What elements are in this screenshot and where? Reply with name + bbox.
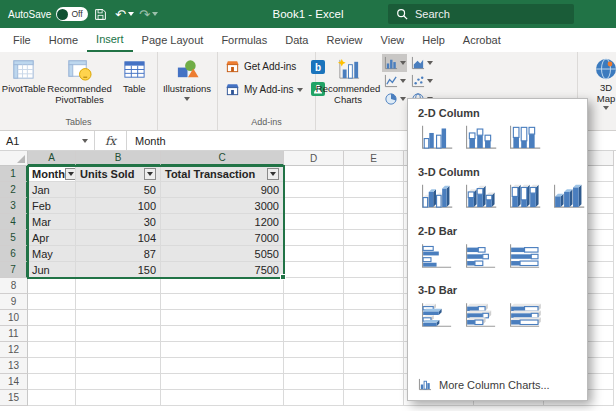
- cell-A14[interactable]: [28, 374, 76, 390]
- cell-E11[interactable]: [344, 326, 404, 342]
- cell-E8[interactable]: [344, 278, 404, 294]
- row-header-3[interactable]: 3: [0, 198, 28, 214]
- cell-C8[interactable]: [161, 278, 284, 294]
- cell-A15[interactable]: [28, 390, 76, 406]
- filter-dropdown-button[interactable]: [144, 168, 156, 180]
- tab-file[interactable]: File: [4, 28, 40, 52]
- cell-C15[interactable]: [161, 390, 284, 406]
- 3d-column-icon[interactable]: [548, 182, 588, 212]
- cell-A7[interactable]: Jun: [28, 262, 76, 278]
- row-header-14[interactable]: 14: [0, 374, 28, 390]
- row-header-6[interactable]: 6: [0, 246, 28, 262]
- cell-C7[interactable]: 7500: [161, 262, 284, 278]
- cell-A4[interactable]: Mar: [28, 214, 76, 230]
- cell-D3[interactable]: [284, 198, 344, 214]
- 100-stacked-bar-icon[interactable]: [504, 241, 544, 271]
- tab-help[interactable]: Help: [413, 28, 454, 52]
- cell-C1[interactable]: Total Transaction: [161, 166, 284, 182]
- cell-D11[interactable]: [284, 326, 344, 342]
- row-header-2[interactable]: 2: [0, 182, 28, 198]
- 3d-clustered-column-icon[interactable]: [416, 182, 456, 212]
- column-header-C[interactable]: C: [161, 151, 284, 166]
- cell-D12[interactable]: [284, 342, 344, 358]
- cell-E13[interactable]: [344, 358, 404, 374]
- illustrations-button[interactable]: Illustrations: [158, 54, 216, 116]
- insert-scatter-chart-button[interactable]: [409, 72, 434, 90]
- row-header-7[interactable]: 7: [0, 262, 28, 278]
- cell-B1[interactable]: Units Sold: [76, 166, 161, 182]
- cell-A13[interactable]: [28, 358, 76, 374]
- pivottable-button[interactable]: PivotTable: [0, 54, 47, 116]
- insert-function-button[interactable]: fx: [95, 131, 127, 150]
- cell-B11[interactable]: [76, 326, 161, 342]
- row-header-5[interactable]: 5: [0, 230, 28, 246]
- tab-insert[interactable]: Insert: [87, 28, 133, 52]
- cell-A11[interactable]: [28, 326, 76, 342]
- clustered-bar-icon[interactable]: [416, 241, 456, 271]
- row-header-1[interactable]: 1: [0, 166, 28, 182]
- column-header-B[interactable]: B: [76, 151, 161, 166]
- column-header-A[interactable]: A: [28, 151, 76, 166]
- cell-C10[interactable]: [161, 310, 284, 326]
- cell-D4[interactable]: [284, 214, 344, 230]
- get-add-ins-button[interactable]: Get Add-ins: [222, 56, 306, 77]
- 3d-100-stacked-column-icon[interactable]: [504, 182, 544, 212]
- column-header-D[interactable]: D: [284, 151, 344, 166]
- cell-E14[interactable]: [344, 374, 404, 390]
- cell-D14[interactable]: [284, 374, 344, 390]
- cell-C12[interactable]: [161, 342, 284, 358]
- cell-B15[interactable]: [76, 390, 161, 406]
- cell-E3[interactable]: [344, 198, 404, 214]
- undo-button[interactable]: ↶: [112, 3, 136, 25]
- cell-D13[interactable]: [284, 358, 344, 374]
- cell-B6[interactable]: 87: [76, 246, 161, 262]
- row-header-9[interactable]: 9: [0, 294, 28, 310]
- tab-formulas[interactable]: Formulas: [212, 28, 276, 52]
- row-header-10[interactable]: 10: [0, 310, 28, 326]
- insert-column-or-bar-chart-button[interactable]: [382, 54, 407, 72]
- cell-E12[interactable]: [344, 342, 404, 358]
- 3d-100-stacked-bar-icon[interactable]: [504, 300, 544, 330]
- cell-C6[interactable]: 5050: [161, 246, 284, 262]
- cell-D9[interactable]: [284, 294, 344, 310]
- cell-B3[interactable]: 100: [76, 198, 161, 214]
- more-column-charts-item[interactable]: More Column Charts...: [408, 372, 587, 400]
- tab-review[interactable]: Review: [317, 28, 371, 52]
- stacked-bar-icon[interactable]: [460, 241, 500, 271]
- cell-C9[interactable]: [161, 294, 284, 310]
- tab-view[interactable]: View: [372, 28, 414, 52]
- tab-home[interactable]: Home: [40, 28, 87, 52]
- cell-E6[interactable]: [344, 246, 404, 262]
- cell-E15[interactable]: [344, 390, 404, 406]
- cell-A10[interactable]: [28, 310, 76, 326]
- cell-B10[interactable]: [76, 310, 161, 326]
- cell-B13[interactable]: [76, 358, 161, 374]
- cell-C5[interactable]: 7000: [161, 230, 284, 246]
- cell-A9[interactable]: [28, 294, 76, 310]
- cell-D5[interactable]: [284, 230, 344, 246]
- insert-line-chart-button[interactable]: [382, 72, 407, 90]
- 3d-stacked-column-icon[interactable]: [460, 182, 500, 212]
- filter-dropdown-button[interactable]: [267, 168, 279, 180]
- table-button[interactable]: Table: [111, 54, 157, 116]
- cell-B2[interactable]: 50: [76, 182, 161, 198]
- search-box[interactable]: Search: [388, 4, 574, 24]
- cell-C13[interactable]: [161, 358, 284, 374]
- cell-A3[interactable]: Feb: [28, 198, 76, 214]
- cell-B8[interactable]: [76, 278, 161, 294]
- cell-E1[interactable]: [344, 166, 404, 182]
- cell-B7[interactable]: 150: [76, 262, 161, 278]
- cell-A1[interactable]: Month: [28, 166, 76, 182]
- cell-A8[interactable]: [28, 278, 76, 294]
- row-header-4[interactable]: 4: [0, 214, 28, 230]
- tab-page-layout[interactable]: Page Layout: [133, 28, 213, 52]
- 3d-clustered-bar-icon[interactable]: [416, 300, 456, 330]
- 100-stacked-column-icon[interactable]: [504, 123, 544, 153]
- insert-pie-chart-button[interactable]: [382, 90, 407, 108]
- tab-acrobat[interactable]: Acrobat: [454, 28, 510, 52]
- cell-E10[interactable]: [344, 310, 404, 326]
- cell-D15[interactable]: [284, 390, 344, 406]
- cell-E4[interactable]: [344, 214, 404, 230]
- cell-E9[interactable]: [344, 294, 404, 310]
- cell-E2[interactable]: [344, 182, 404, 198]
